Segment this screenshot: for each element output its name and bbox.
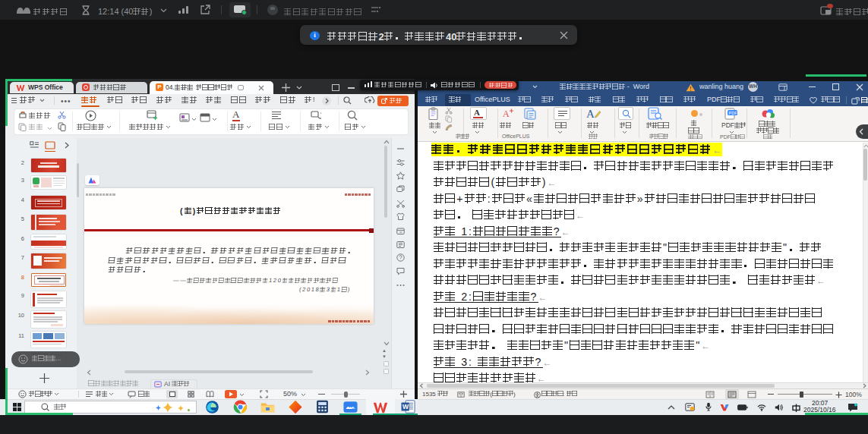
svg-text:W: W <box>402 403 409 410</box>
svg-text:A: A <box>503 108 510 119</box>
svg-text:A: A <box>586 108 595 120</box>
svg-text:PDF: PDF <box>729 111 738 115</box>
